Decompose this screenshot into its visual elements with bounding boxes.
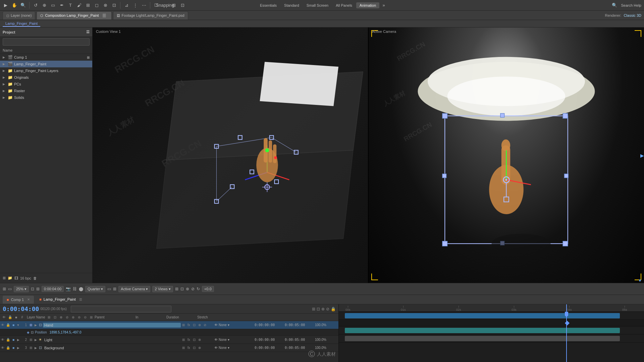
position-value[interactable]: 1898.5,1784.5,-497.0 — [50, 330, 82, 334]
workspace-all-panels[interactable]: All Panels — [332, 2, 356, 8]
light-layer-name[interactable]: Light — [43, 338, 181, 342]
vt-icon-camera2[interactable]: 📷 — [66, 287, 71, 291]
playhead-ruler-marker[interactable] — [566, 304, 567, 312]
project-item-lamp-layers[interactable]: ▶ 📁 Lamp_Finger_Paint Layers — [0, 67, 92, 74]
project-item-lamp[interactable]: ▶ 🎬 Lamp_Finger_Paint — [0, 61, 92, 67]
light-vis2[interactable]: 👁 — [214, 338, 218, 342]
puppet-tool[interactable]: ⊡ — [110, 2, 118, 9]
vt-icon-color[interactable]: ⬤ — [79, 287, 83, 291]
tab-layer-none[interactable]: ◻ Layer (none) — [3, 11, 35, 19]
align-tool[interactable]: ⊿ — [123, 2, 130, 9]
tl-icon-motion-blur[interactable]: ⊞ — [312, 307, 315, 311]
hand-vis2[interactable]: 👁 — [214, 323, 218, 327]
comp-tab-menu[interactable]: ☰ — [101, 12, 108, 19]
light-expand[interactable]: ▶ — [16, 338, 20, 342]
hand-track-bar[interactable] — [345, 313, 620, 318]
rotate-tool[interactable]: ↺ — [32, 2, 39, 9]
3d-tool[interactable]: ⋮ — [131, 2, 139, 9]
hand-type-expand[interactable]: ▶ — [34, 323, 38, 327]
hand-sw-sync[interactable]: ⊘ — [204, 323, 208, 327]
clone-tool[interactable]: ⊞ — [84, 2, 92, 9]
vt-icon-link[interactable]: ⛓ — [73, 287, 77, 291]
light-color[interactable]: ■ — [11, 338, 16, 342]
hand-sw-3d[interactable]: ⊗ — [198, 323, 203, 327]
views-dropdown[interactable]: 2 Views ▾ — [152, 286, 173, 292]
vt-icon-toggle[interactable]: ⊞ — [113, 287, 116, 291]
project-item-pcs[interactable]: ▶ 📁 PCs — [0, 81, 92, 87]
footer-icon3[interactable]: 🎞 — [14, 276, 18, 280]
pen-tool[interactable]: ✒ — [58, 2, 65, 9]
hand-parent-dropdown[interactable]: ▾ — [228, 323, 229, 327]
light-sw-motion[interactable]: ⊞ — [182, 338, 187, 342]
hand-expand[interactable]: ▼ — [16, 323, 20, 327]
footer-trash[interactable]: 🗑 — [33, 276, 37, 280]
tl-icon-draft[interactable]: ⊗ — [321, 307, 325, 311]
hand-lock[interactable]: 🔒 — [5, 323, 11, 327]
timeline-tab-comp1[interactable]: ■ Comp 1 ✕ — [3, 296, 34, 304]
selection-tool[interactable]: ▶ — [2, 2, 9, 9]
current-time-display[interactable]: 0:00:04:00 — [3, 305, 39, 312]
footer-icon2[interactable]: 📁 — [8, 276, 12, 280]
snap-icon2[interactable]: ⊡ — [179, 2, 186, 9]
graph-tool[interactable]: ⋯ — [140, 2, 148, 9]
layer-row-light[interactable]: 👁 🔒 ■ ▶ 2 ⊞ ▶ ☀ Light ⊞ fx ⊡ ⊗ — [0, 336, 338, 344]
layer-row-background[interactable]: 👁 🔒 ■ ▶ 3 ⊞ ▶ ⊡ Background ⊞ fx ⊡ ⊗ — [0, 344, 338, 352]
vt-icon-3d3[interactable]: ⊗ — [186, 287, 189, 291]
hand-sw-fx[interactable]: fx — [187, 323, 192, 327]
camera-dropdown[interactable]: Active Camera ▾ — [118, 286, 150, 292]
tl-icon-lock[interactable]: 🔒 — [331, 307, 336, 311]
vt-icon-monitor[interactable]: ▭ — [8, 287, 12, 291]
bg-sw-motion[interactable]: ⊞ — [182, 346, 187, 350]
zoom-tool[interactable]: 🔍 — [19, 2, 27, 9]
comp-name-item[interactable]: Lamp_Finger_Paint — [3, 21, 40, 27]
project-menu-icon[interactable]: ☰ — [86, 30, 90, 34]
vt-icon-pixel[interactable]: ⊞ — [36, 287, 40, 291]
project-item-solids[interactable]: ▶ 📁 Solids — [0, 94, 92, 101]
offset-btn[interactable]: +0.0 — [202, 286, 214, 292]
project-search-input[interactable] — [3, 38, 90, 46]
bg-expand[interactable]: ▶ — [16, 346, 20, 350]
vt-icon-fit[interactable]: ⊡ — [31, 287, 34, 291]
hand-vis-toggle[interactable]: 👁 — [0, 323, 5, 327]
keyframe-diamond[interactable] — [565, 321, 570, 325]
bg-sw-blend[interactable]: ⊡ — [193, 346, 198, 350]
hand-tool[interactable]: ✋ — [11, 2, 18, 9]
light-type-expand[interactable]: ▶ — [34, 338, 38, 342]
bg-vis2[interactable]: 👁 — [214, 346, 218, 350]
position-lock[interactable]: ⊡ — [31, 330, 34, 334]
camera-orbit[interactable]: ⊕ — [41, 2, 48, 9]
layer-row-hand[interactable]: 👁 🔒 ■ ▼ 1 ⊞ ▶ ⊡ Hand ⊞ fx ⊡ ⊗ ⊘ — [0, 321, 338, 329]
search-icon[interactable]: 🔍 — [611, 2, 618, 9]
vt-icon-region[interactable]: ▭ — [107, 287, 111, 291]
light-sw-3d[interactable]: ⊗ — [198, 338, 203, 342]
paint-tool[interactable]: 🖌 — [75, 2, 83, 9]
bg-vis-toggle[interactable]: 👁 — [0, 346, 5, 350]
search-help[interactable]: Search Help — [621, 3, 641, 7]
eraser-tool[interactable]: ◻ — [93, 2, 100, 9]
bg-lock[interactable]: 🔒 — [5, 346, 11, 350]
position-keyframe-icon[interactable]: ◆ — [27, 330, 30, 334]
vt-icon-3d2[interactable]: ⊡ — [180, 287, 184, 291]
light-parent-dropdown[interactable]: ▾ — [228, 338, 229, 342]
vt-icon-grid[interactable]: ⊞ — [3, 287, 6, 291]
bg-sw-fx[interactable]: fx — [187, 346, 192, 350]
time-display[interactable]: 0:00:04:00 — [42, 286, 64, 292]
active-camera-canvas[interactable]: RRCG.CN 人人素材 RRCG.CN — [369, 27, 644, 283]
workspace-essentials[interactable]: Essentials — [257, 2, 280, 8]
timeline-tracks[interactable] — [339, 312, 644, 362]
project-item-originals[interactable]: ▶ 📁 Originals — [0, 74, 92, 81]
bg-parent-dropdown[interactable]: ▾ — [228, 346, 229, 350]
rect-tool[interactable]: ▭ — [49, 2, 57, 9]
custom-view-canvas[interactable]: RRCG.CN RRCG.CN 人人素材 RRCG.CN — [93, 27, 368, 283]
layer-search-input[interactable] — [71, 306, 171, 312]
track-row-background[interactable] — [339, 335, 644, 343]
light-vis-toggle[interactable]: 👁 — [0, 338, 5, 342]
track-row-hand[interactable] — [339, 312, 644, 320]
bg-type-expand[interactable]: ▶ — [34, 346, 38, 350]
workspace-standard[interactable]: Standard — [281, 2, 303, 8]
light-track-bar[interactable] — [345, 328, 620, 333]
bg-sw-3d[interactable]: ⊗ — [198, 346, 203, 350]
light-lock[interactable]: 🔒 — [5, 338, 11, 342]
quality-dropdown[interactable]: Quarter ▾ — [85, 286, 105, 292]
tab-composition[interactable]: ⬡ Composition Lamp_Finger_Paint ☰ — [37, 11, 111, 19]
